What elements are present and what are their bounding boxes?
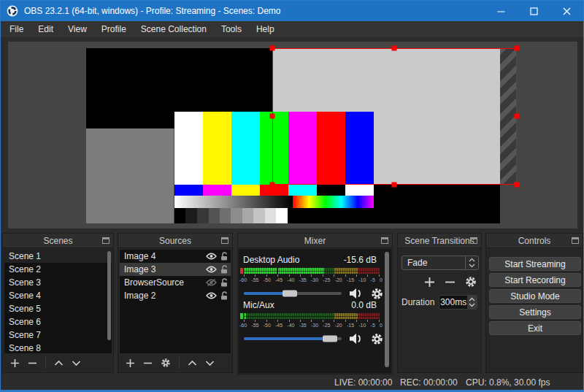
scene-list-item[interactable]: Scene 4 <box>4 289 112 302</box>
selection-handle-bottom-center[interactable] <box>392 182 397 188</box>
channel-db-value: 0.0 dB <box>351 300 377 310</box>
scenes-scrollbar[interactable] <box>107 251 111 340</box>
duration-value: 300ms <box>439 297 467 307</box>
source-selection-outline[interactable] <box>272 48 517 185</box>
sources-list[interactable]: Image 4 Image 3 BrowserSource <box>120 250 231 353</box>
dock-icon[interactable] <box>102 237 110 244</box>
scene-source-gray-rect[interactable] <box>86 128 174 223</box>
selection-handle-mid-right[interactable] <box>515 114 520 119</box>
speaker-icon[interactable] <box>348 333 364 345</box>
lock-open-icon[interactable] <box>218 252 231 261</box>
studio-mode-button[interactable]: Studio Mode <box>489 289 581 303</box>
lock-open-icon[interactable] <box>218 278 231 287</box>
scene-list-item[interactable]: Scene 5 <box>4 302 112 315</box>
mixer-scrollbar[interactable] <box>385 252 389 367</box>
lock-open-icon[interactable] <box>218 265 231 274</box>
transition-properties-gear-icon[interactable] <box>465 276 477 288</box>
scene-down-button[interactable] <box>72 360 81 366</box>
dock-icon[interactable] <box>381 237 388 244</box>
menubar: File Edit View Profile Scene Collection … <box>1 21 583 37</box>
minimize-button[interactable] <box>485 1 518 21</box>
menu-file[interactable]: File <box>2 21 31 37</box>
remove-transition-button[interactable] <box>445 277 456 288</box>
volume-slider-handle[interactable] <box>283 291 297 297</box>
dock-icon[interactable] <box>221 237 228 244</box>
source-list-item-selected[interactable]: Image 3 <box>120 263 231 276</box>
dock-icon[interactable] <box>470 237 477 244</box>
titlebar[interactable]: OBS 23.2.1 (64-bit, windows) - Profile: … <box>1 1 583 21</box>
mixer-panel-header[interactable]: Mixer <box>238 234 392 248</box>
channel-db-value: -15.6 dB <box>344 255 377 265</box>
add-transition-button[interactable] <box>424 277 435 288</box>
scene-list-item[interactable]: Scene 7 <box>4 328 112 342</box>
selection-handle-bottom-right[interactable] <box>515 182 520 188</box>
start-streaming-button[interactable]: Start Streaming <box>489 257 581 271</box>
volume-slider-handle[interactable] <box>323 336 337 342</box>
scene-list-item[interactable]: Scene 3 <box>4 276 112 289</box>
scene-list-item[interactable]: Scene 1 <box>4 250 112 263</box>
menu-profile[interactable]: Profile <box>94 21 134 37</box>
scene-list-item[interactable]: Scene 2 <box>4 263 112 276</box>
visibility-eye-icon[interactable] <box>204 253 218 260</box>
scenes-panel-header[interactable]: Scenes <box>3 234 113 248</box>
start-recording-button[interactable]: Start Recording <box>489 273 581 287</box>
volume-slider[interactable] <box>244 337 342 340</box>
source-list-item[interactable]: BrowserSource <box>120 276 231 289</box>
settings-button[interactable]: Settings <box>489 305 581 319</box>
window-bottom-border <box>1 390 583 391</box>
speaker-icon[interactable] <box>348 288 364 299</box>
selection-handle-top-left[interactable] <box>270 46 275 51</box>
maximize-button[interactable] <box>518 1 550 21</box>
gradient-row <box>174 196 374 208</box>
transition-select[interactable]: Fade <box>402 255 479 270</box>
controls-panel: Controls Start Streaming Start Recording… <box>485 233 583 373</box>
scenes-list[interactable]: Scene 1 Scene 2 Scene 3 Scene 4 Scene 5 … <box>4 250 112 353</box>
lock-open-icon[interactable] <box>218 291 231 300</box>
scene-list-item[interactable]: Scene 8 <box>4 342 112 353</box>
add-scene-button[interactable] <box>10 358 20 368</box>
visibility-eye-icon[interactable] <box>204 292 218 299</box>
selection-handle-mid-left[interactable] <box>270 114 275 119</box>
source-properties-gear-icon[interactable] <box>161 358 171 368</box>
preview-canvas[interactable] <box>8 42 577 228</box>
mixer-gear-icon[interactable] <box>371 288 383 300</box>
visibility-eye-hidden-icon[interactable] <box>204 279 218 286</box>
source-up-button[interactable] <box>188 360 197 366</box>
menu-edit[interactable]: Edit <box>31 21 61 37</box>
selection-handle-bottom-left[interactable] <box>270 182 275 188</box>
remove-scene-button[interactable] <box>28 358 37 368</box>
sources-panel-header[interactable]: Sources <box>118 234 232 248</box>
transitions-panel-header[interactable]: Scene Transitions <box>398 234 481 248</box>
visibility-eye-icon[interactable] <box>204 266 218 273</box>
scene-up-button[interactable] <box>54 360 64 366</box>
remove-source-button[interactable] <box>143 358 153 368</box>
duration-spinner[interactable] <box>467 296 477 309</box>
menu-scene-collection[interactable]: Scene Collection <box>134 21 214 37</box>
rainbow-gradient <box>293 196 374 208</box>
menu-help[interactable]: Help <box>249 21 282 37</box>
menu-view[interactable]: View <box>61 21 94 37</box>
volume-slider[interactable] <box>244 292 342 295</box>
source-down-button[interactable] <box>205 360 215 366</box>
clip-indicator <box>240 313 243 319</box>
controls-panel-header[interactable]: Controls <box>486 234 583 248</box>
source-list-item[interactable]: Image 4 <box>120 250 231 263</box>
duration-spinbox[interactable]: 300ms <box>439 295 477 310</box>
menu-tools[interactable]: Tools <box>214 21 249 37</box>
scene-list-item[interactable]: Scene 6 <box>4 315 112 328</box>
dock-icon[interactable] <box>572 237 579 244</box>
meter-scale: -60-55-50-45-40-35-30-25-20-15-10-50 <box>239 277 383 283</box>
source-list-item[interactable]: Image 2 <box>120 289 231 302</box>
sources-panel: Sources Image 4 Image 3 <box>118 233 233 373</box>
combo-spinner[interactable] <box>465 256 478 269</box>
channel-name: Mic/Aux <box>243 300 274 310</box>
add-source-button[interactable] <box>126 358 135 368</box>
selection-handle-top-right[interactable] <box>515 46 520 51</box>
exit-button[interactable]: Exit <box>489 321 581 335</box>
bar-cyan <box>231 112 260 185</box>
meter-scale: -60-55-50-45-40-35-30-25-20-15-10-50 <box>239 323 383 328</box>
selection-handle-top-center[interactable] <box>392 46 397 51</box>
mixer-gear-icon[interactable] <box>371 333 383 345</box>
status-bar: LIVE: 00:00:00 REC: 00:00:00 CPU: 0.8%, … <box>1 374 583 391</box>
close-button[interactable] <box>550 1 583 21</box>
